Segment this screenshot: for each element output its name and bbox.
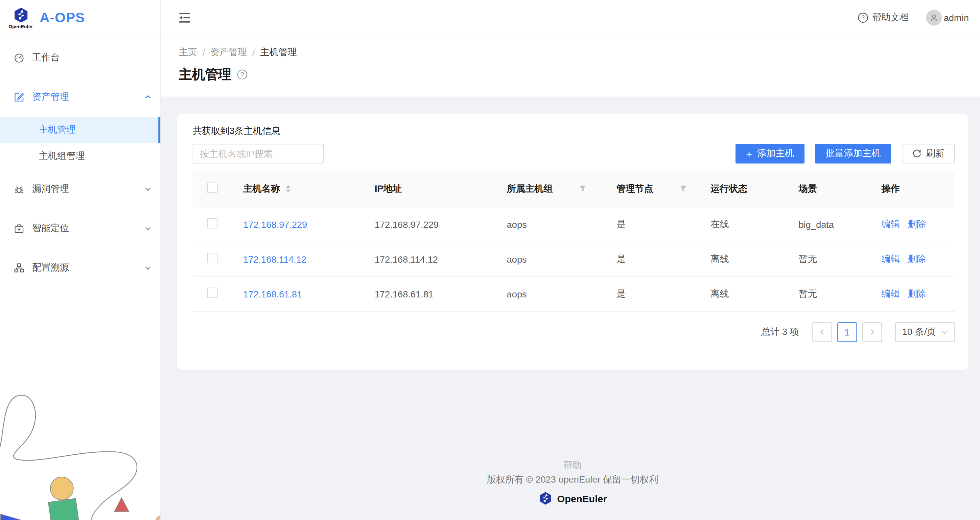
red-triangle <box>115 498 129 512</box>
host-ip: 172.168.114.12 <box>375 254 438 264</box>
footer-help-link[interactable]: 帮助 <box>177 458 968 471</box>
column-management-node: 管理节点 <box>617 183 653 195</box>
app-title: A-OPS <box>40 10 85 25</box>
page-footer: 帮助 版权所有 © 2023 openEuler 保留一切权利 OpenEule… <box>177 458 968 506</box>
host-table: 主机名称 IP地址 所属主机组 <box>192 171 955 312</box>
pagination-total: 总计 3 项 <box>761 326 799 338</box>
run-status: 在线 <box>711 218 729 229</box>
host-name-link[interactable]: 172.168.97.229 <box>243 219 307 230</box>
management-node: 是 <box>617 288 626 298</box>
breadcrumb-home[interactable]: 主页 <box>179 47 197 59</box>
squiggle-line <box>0 395 137 520</box>
select-all-checkbox[interactable] <box>207 183 218 193</box>
edit-link[interactable]: 编辑 <box>881 218 900 229</box>
page-size-value: 10 条/页 <box>902 326 936 338</box>
dashboard-icon <box>14 52 24 63</box>
prev-page-button[interactable] <box>812 322 832 342</box>
yellow-circle <box>50 477 73 500</box>
user-avatar-icon <box>926 10 942 25</box>
management-node: 是 <box>617 253 626 264</box>
column-ip: IP地址 <box>375 183 402 194</box>
row-checkbox[interactable] <box>207 253 218 263</box>
sidebar-item-host-group-management[interactable]: 主机组管理 <box>0 143 161 170</box>
refresh-button[interactable]: 刷新 <box>902 144 955 163</box>
sidebar-item-label: 漏洞管理 <box>32 183 145 195</box>
yellow-arc <box>155 515 161 520</box>
sidebar-item-intelligent-location[interactable]: 智能定位 <box>0 216 161 242</box>
batch-add-host-button[interactable]: 批量添加主机 <box>815 144 891 163</box>
sidebar-menu: 工作台 资产管理 主机管理 主机组管理 <box>0 35 161 281</box>
footer-brand-wordmark: OpenEuler <box>557 493 607 504</box>
host-group: aops <box>507 289 527 299</box>
title-row: 主机管理 ? <box>179 66 964 83</box>
openeuler-logo: OpenEuler <box>8 6 33 29</box>
question-circle-icon: ? <box>858 12 868 23</box>
filter-funnel-icon[interactable] <box>579 185 586 193</box>
host-table-card: 共获取到3条主机信息 + 添加主机 <box>177 114 968 370</box>
column-host-group: 所属主机组 <box>507 183 553 195</box>
sidebar-item-label: 工作台 <box>32 52 151 64</box>
add-host-button[interactable]: + 添加主机 <box>735 144 805 163</box>
scene: 暂无 <box>799 288 817 298</box>
column-run-status: 运行状态 <box>711 183 747 194</box>
sidebar-item-label: 智能定位 <box>32 223 145 235</box>
chevron-down-icon <box>145 265 151 271</box>
column-host-name[interactable]: 主机名称 <box>243 183 280 195</box>
page-help-icon[interactable]: ? <box>237 70 247 79</box>
menu-fold-icon[interactable] <box>177 10 192 25</box>
sidebar-item-workbench[interactable]: 工作台 <box>0 44 161 71</box>
sidebar-item-label: 配置溯源 <box>32 262 145 274</box>
management-node: 是 <box>617 218 626 229</box>
openeuler-wordmark: OpenEuler <box>8 24 33 29</box>
page-number-button[interactable]: 1 <box>837 322 857 342</box>
table-row: 172.168.114.12 172.168.114.12 aops 是 离线 … <box>192 242 955 276</box>
row-checkbox[interactable] <box>207 288 218 298</box>
table-row: 172.168.61.81 172.168.61.81 aops 是 离线 暂无… <box>192 276 955 311</box>
breadcrumb-assets[interactable]: 资产管理 <box>210 47 247 59</box>
sort-caret-icons[interactable] <box>285 185 291 193</box>
host-name-link[interactable]: 172.168.114.12 <box>243 254 307 264</box>
breadcrumb-separator: / <box>252 47 255 58</box>
username: admin <box>944 12 969 23</box>
host-ip: 172.168.61.81 <box>375 289 433 299</box>
row-checkbox[interactable] <box>207 218 218 228</box>
next-page-button[interactable] <box>862 322 882 342</box>
host-search-box <box>192 144 324 163</box>
delete-link[interactable]: 删除 <box>908 218 926 229</box>
run-status: 离线 <box>711 288 729 298</box>
sidebar-item-config-trace[interactable]: 配置溯源 <box>0 255 161 281</box>
medicine-box-icon <box>14 223 24 234</box>
column-scene: 场景 <box>799 183 817 194</box>
openeuler-hexagon-icon <box>538 491 552 506</box>
edit-link[interactable]: 编辑 <box>881 253 900 264</box>
footer-brand: OpenEuler <box>177 491 968 506</box>
host-name-link[interactable]: 172.168.61.81 <box>243 289 302 299</box>
sidebar-item-assets[interactable]: 资产管理 <box>0 84 161 110</box>
app-logo[interactable]: OpenEuler A-OPS <box>0 0 161 35</box>
run-status: 离线 <box>711 253 729 264</box>
filter-funnel-icon[interactable] <box>679 185 687 193</box>
chevron-down-icon <box>145 186 151 192</box>
sidebar-item-label: 主机组管理 <box>39 151 151 162</box>
table-row: 172.168.97.229 172.168.97.229 aops 是 在线 … <box>192 207 955 242</box>
help-doc-link[interactable]: ? 帮助文档 <box>858 11 909 23</box>
sidebar-item-vulnerability[interactable]: 漏洞管理 <box>0 176 161 202</box>
edit-link[interactable]: 编辑 <box>881 288 900 298</box>
page-head: 主页 / 资产管理 / 主机管理 主机管理 ? <box>161 35 980 97</box>
blue-shape <box>1 514 28 520</box>
sidebar: OpenEuler A-OPS 工作台 资产管理 <box>0 0 161 520</box>
delete-link[interactable]: 删除 <box>908 253 926 264</box>
openeuler-hexagon-icon <box>12 6 29 23</box>
delete-link[interactable]: 删除 <box>908 288 926 298</box>
user-menu[interactable]: admin <box>926 10 969 25</box>
chevron-up-icon <box>145 94 151 100</box>
page-size-select[interactable]: 10 条/页 <box>895 322 955 342</box>
content-area: 共获取到3条主机信息 + 添加主机 <box>161 97 980 520</box>
edit-square-icon <box>14 92 24 102</box>
column-actions: 操作 <box>881 183 900 194</box>
header-actions: ? 帮助文档 admin <box>858 10 969 25</box>
search-input[interactable] <box>200 148 319 159</box>
plus-icon: + <box>746 149 752 159</box>
chevron-right-icon <box>869 328 875 335</box>
sidebar-item-host-management[interactable]: 主机管理 <box>0 117 161 143</box>
